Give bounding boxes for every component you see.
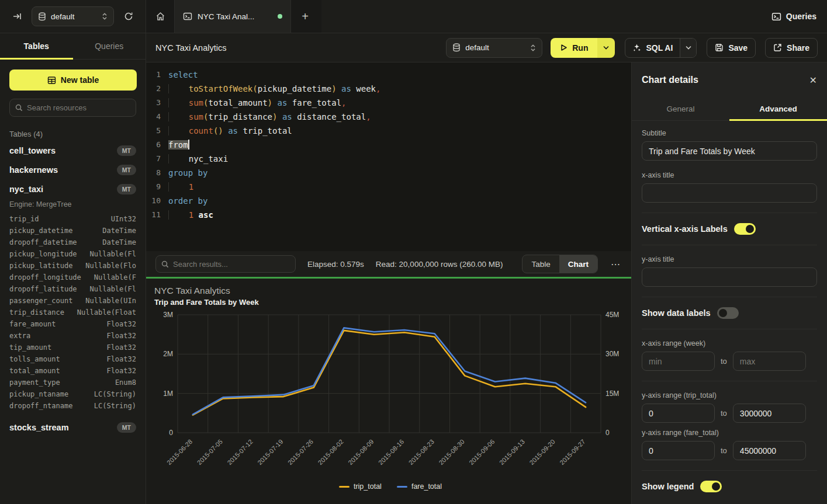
column-row[interactable]: dropoff_latitudeNullable(Fl [9, 283, 136, 295]
y-range-fare-max-input[interactable] [733, 441, 806, 460]
save-button[interactable]: Save [707, 38, 756, 58]
run-button[interactable]: Run [551, 38, 597, 58]
search-icon [161, 260, 169, 268]
y-axis-title-input[interactable] [642, 267, 817, 287]
code-line[interactable]: 1select [146, 68, 631, 82]
divider [642, 213, 817, 213]
sidebar-tab-tables[interactable]: Tables [0, 33, 73, 59]
sidebar-search[interactable] [9, 99, 136, 117]
legend-item[interactable]: fare_total [397, 482, 442, 491]
table-row[interactable]: stocks_streamMT [9, 418, 136, 437]
legend-label: trip_total [354, 482, 382, 491]
editor-database-select[interactable]: default [446, 38, 542, 58]
show-data-labels-toggle[interactable] [717, 307, 739, 319]
search-results-input[interactable] [173, 260, 290, 269]
code-line[interactable]: 2 toStartOfWeek(pickup_datetime) as week… [146, 82, 631, 96]
svg-text:15M: 15M [605, 390, 619, 398]
table-view-button[interactable]: Table [523, 255, 559, 273]
sparkles-icon [632, 43, 641, 52]
column-row[interactable]: tolls_amountFloat32 [9, 353, 136, 365]
queries-button[interactable]: Queries [771, 12, 816, 22]
column-name: passenger_count [9, 297, 72, 305]
x-range-min-input[interactable] [642, 352, 715, 371]
tab-advanced[interactable]: Advanced [729, 98, 827, 120]
column-row[interactable]: trip_idUInt32 [9, 213, 136, 225]
topbar-database-select[interactable]: default [32, 6, 114, 26]
vertical-x-axis-labels-label: Vertical x-axis Labels [642, 224, 728, 234]
unsaved-dot [278, 14, 282, 19]
y-range-trip-min-input[interactable] [642, 404, 715, 423]
new-tab-button[interactable]: + [291, 0, 319, 33]
column-name: pickup_ntaname [9, 390, 68, 398]
run-options-caret[interactable] [597, 38, 615, 58]
column-row[interactable]: tip_amountFloat32 [9, 342, 136, 353]
divider [642, 470, 817, 471]
column-row[interactable]: pickup_datetimeDateTime [9, 225, 136, 237]
legend-item[interactable]: trip_total [339, 482, 382, 491]
table-row[interactable]: cell_towersMT [9, 141, 136, 160]
column-row[interactable]: pickup_ntanameLC(String) [9, 388, 136, 400]
table-row[interactable]: hackernewsMT [9, 160, 136, 179]
line-number: 8 [146, 166, 168, 180]
sql-ai-button[interactable]: SQL AI [625, 39, 680, 57]
column-row[interactable]: trip_distanceNullable(Float [9, 307, 136, 318]
search-resources-input[interactable] [27, 103, 130, 112]
svg-text:45M: 45M [605, 311, 619, 319]
column-row[interactable]: dropoff_ntanameLC(String) [9, 400, 136, 412]
topbar-sidebar-section: default [0, 0, 146, 33]
show-data-labels-label: Show data labels [642, 308, 711, 318]
code-line[interactable]: 8group by [146, 166, 631, 180]
column-type: Nullable(Float [77, 308, 136, 317]
share-button[interactable]: Share [765, 38, 818, 58]
home-icon[interactable] [146, 0, 174, 33]
column-row[interactable]: pickup_latitudeNullable(Flo [9, 260, 136, 272]
column-row[interactable]: dropoff_datetimeDateTime [9, 237, 136, 248]
results-search[interactable] [155, 255, 296, 273]
column-type: Nullable(F [94, 273, 136, 281]
column-row[interactable]: extraFloat32 [9, 330, 136, 342]
line-chart[interactable]: 3M45M2M30M1M15M002015-06-282015-07-05201… [154, 307, 625, 482]
line-number: 3 [146, 96, 168, 110]
sql-editor[interactable]: 1select2 toStartOfWeek(pickup_datetime) … [146, 62, 631, 251]
refresh-icon[interactable] [120, 8, 137, 25]
column-name: payment_type [9, 378, 60, 387]
code-line[interactable]: 3 sum(total_amount) as fare_total, [146, 96, 631, 110]
column-row[interactable]: passenger_countNullable(UIn [9, 295, 136, 307]
column-row[interactable]: fare_amountFloat32 [9, 318, 136, 330]
y-range-fare-min-input[interactable] [642, 441, 715, 460]
close-icon[interactable]: ✕ [809, 75, 817, 86]
table-row[interactable]: nyc_taxiMT [9, 179, 136, 199]
svg-text:2015-08-09: 2015-08-09 [347, 438, 375, 466]
y-range-trip-max-input[interactable] [733, 404, 806, 423]
code-line[interactable]: 4 sum(trip_distance) as distance_total, [146, 110, 631, 124]
show-legend-toggle[interactable] [700, 481, 722, 492]
svg-text:2015-09-20: 2015-09-20 [528, 438, 556, 466]
play-icon [560, 44, 568, 51]
column-type: Nullable(UIn [85, 297, 136, 305]
new-table-button[interactable]: New table [9, 69, 137, 91]
column-row[interactable]: total_amountFloat32 [9, 365, 136, 377]
tab-nyc-taxi-analytics[interactable]: NYC Taxi Anal... [174, 0, 291, 33]
subtitle-label: Subtitle [642, 129, 817, 137]
more-options-icon[interactable]: ⋯ [610, 259, 622, 270]
code-line[interactable]: 5 count() as trip_total [146, 124, 631, 138]
svg-text:2015-08-30: 2015-08-30 [437, 438, 465, 466]
column-row[interactable]: dropoff_longitudeNullable(F [9, 272, 136, 283]
code-line[interactable]: 11 1 asc [146, 208, 631, 222]
sidebar-tab-queries[interactable]: Queries [73, 33, 146, 59]
subtitle-input[interactable] [642, 141, 817, 161]
column-row[interactable]: payment_typeEnum8 [9, 377, 136, 388]
code-line[interactable]: 9 1 [146, 180, 631, 194]
vertical-x-axis-labels-toggle[interactable] [734, 223, 756, 235]
code-line[interactable]: 6from [146, 138, 631, 152]
sql-ai-caret[interactable] [680, 39, 696, 57]
column-row[interactable]: pickup_longitudeNullable(Fl [9, 248, 136, 260]
x-axis-title-input[interactable] [642, 183, 817, 203]
chart-view-button[interactable]: Chart [559, 255, 597, 273]
code-line[interactable]: 7 nyc_taxi [146, 152, 631, 166]
collapse-sidebar-icon[interactable] [8, 8, 26, 25]
code-line[interactable]: 10order by [146, 194, 631, 208]
x-range-max-input[interactable] [733, 352, 806, 371]
tab-general[interactable]: General [632, 98, 729, 120]
line-number: 1 [146, 68, 168, 82]
